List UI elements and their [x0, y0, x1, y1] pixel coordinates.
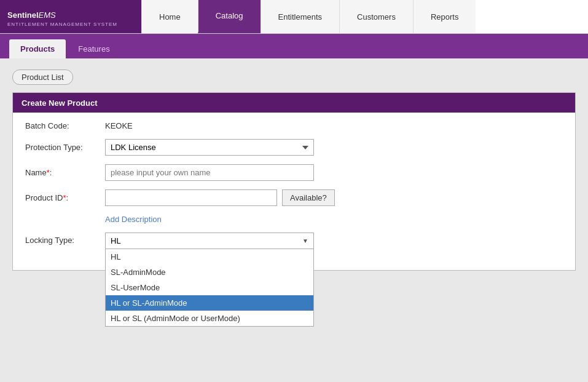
nav-tab-customers[interactable]: Customers — [339, 0, 413, 33]
locking-type-current-value: HL — [111, 236, 121, 245]
main-content: Product List Create New Product Batch Co… — [0, 58, 588, 382]
sub-tabs: Products Features — [0, 34, 588, 58]
nav-tab-home[interactable]: Home — [141, 0, 198, 33]
available-button[interactable]: Available? — [282, 189, 335, 206]
product-id-label: Product ID*: — [25, 193, 105, 202]
locking-type-row: Locking Type: HL ▼ HL SL-AdminMode SL-Us… — [25, 233, 563, 249]
logo-ems: EMS — [39, 10, 56, 20]
batch-code-row: Batch Code: KEOKE — [25, 121, 563, 130]
locking-option-hl[interactable]: HL — [106, 249, 313, 265]
form-body: Batch Code: KEOKE Protection Type: LDK L… — [13, 113, 575, 270]
nav-tab-entitlements[interactable]: Entitlements — [261, 0, 340, 33]
name-row: Name*: — [25, 164, 563, 181]
batch-code-value: KEOKE — [105, 121, 133, 130]
add-description-link[interactable]: Add Description — [105, 215, 563, 224]
logo-subtitle: ENTITLEMENT MANAGEMENT SYSTEM — [7, 22, 117, 27]
batch-code-label: Batch Code: — [25, 121, 105, 130]
form-panel-header: Create New Product — [13, 93, 575, 113]
nav-tab-reports[interactable]: Reports — [413, 0, 476, 33]
protection-type-row: Protection Type: LDK License — [25, 139, 563, 156]
logo-area: SentinelEMS ENTITLEMENT MANAGEMENT SYSTE… — [0, 0, 141, 33]
logo-sentinel: Sentinel — [7, 10, 39, 20]
header: SentinelEMS ENTITLEMENT MANAGEMENT SYSTE… — [0, 0, 588, 34]
locking-option-hl-sl-adminmode[interactable]: HL or SL-AdminMode — [106, 295, 313, 311]
locking-option-sl-adminmode[interactable]: SL-AdminMode — [106, 265, 313, 280]
logo-text: SentinelEMS — [7, 7, 117, 20]
product-id-input-group: 4 Available? — [105, 189, 335, 206]
product-id-row: Product ID*: 4 Available? — [25, 189, 563, 206]
protection-type-select[interactable]: LDK License — [105, 139, 314, 156]
create-product-panel: Create New Product Batch Code: KEOKE Pro… — [12, 92, 576, 271]
nav-tabs: Home Catalog Entitlements Customers Repo… — [141, 0, 588, 33]
nav-tab-catalog[interactable]: Catalog — [198, 0, 261, 33]
name-input[interactable] — [105, 164, 314, 181]
locking-type-container: HL ▼ HL SL-AdminMode SL-UserMode HL or S… — [105, 233, 314, 249]
sub-tab-features[interactable]: Features — [67, 39, 120, 58]
breadcrumb-button[interactable]: Product List — [12, 70, 73, 85]
locking-type-display[interactable]: HL ▼ — [105, 233, 314, 249]
product-id-input[interactable]: 4 — [105, 189, 277, 206]
protection-type-label: Protection Type: — [25, 143, 105, 152]
name-label: Name*: — [25, 168, 105, 177]
sub-tab-products[interactable]: Products — [9, 39, 66, 58]
locking-type-label: Locking Type: — [25, 233, 105, 245]
locking-option-sl-usermode[interactable]: SL-UserMode — [106, 280, 313, 295]
locking-type-dropdown: HL SL-AdminMode SL-UserMode HL or SL-Adm… — [105, 249, 314, 327]
locking-type-arrow-icon: ▼ — [302, 237, 308, 244]
locking-option-hl-sl-both[interactable]: HL or SL (AdminMode or UserMode) — [106, 311, 313, 326]
